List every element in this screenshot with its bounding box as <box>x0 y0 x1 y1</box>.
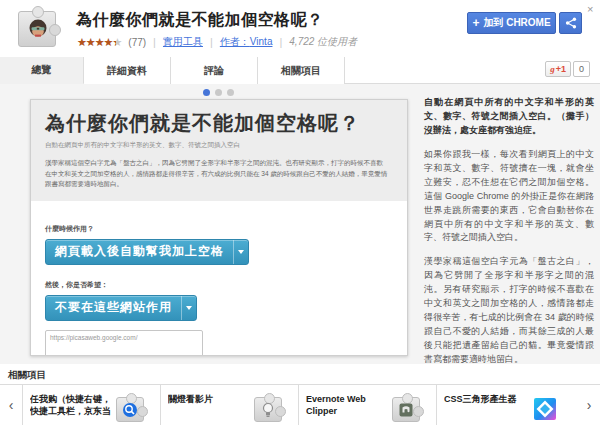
screenshot-hero: 為什麼你們就是不能加個空格呢？ 自動在網頁中所有的中文字和半形的英文、數字、符號… <box>31 100 407 201</box>
description-sidebar: 自動在網頁中所有的中文字和半形的英文、數字、符號之間插入空白。（攤手）沒辦法，處… <box>424 96 594 401</box>
tab-reviews[interactable]: 評論 <box>171 57 258 84</box>
share-button[interactable] <box>559 12 582 34</box>
users-count: 4,722 位使用者 <box>289 35 357 49</box>
gplus-icon: g <box>550 64 555 74</box>
tab-overview[interactable]: 總覽 <box>0 57 84 84</box>
dropdown-caret-icon <box>233 240 248 264</box>
plusone-count: 0 <box>573 61 590 77</box>
carousel-dot[interactable] <box>203 89 210 96</box>
related-item[interactable]: 任我购（快捷右键，快捷工具栏，京东当当卓 <box>22 385 160 425</box>
screenshot-paragraph: 漢學家稱這個空白字元為「盤古之白」，因為它劈開了全形字和半形字之間的混沌。也有研… <box>45 158 389 190</box>
author-link[interactable]: 作者：Vinta <box>220 36 273 47</box>
elephant-puzzle-icon <box>392 392 426 422</box>
excluded-sites-textarea: https://picasaweb.google.com/ <box>45 330 203 356</box>
description-paragraph: 漢學家稱這個空白字元為「盤古之白」，因為它劈開了全形字和半形字之間的混沌。另有研… <box>424 255 594 367</box>
extension-icon <box>17 9 61 49</box>
screenshot-subheading: 自動在網頁中所有的中文字和半形的英文、數字、符號之間插入空白 <box>45 141 393 150</box>
carousel-dot[interactable] <box>227 89 234 96</box>
category-link[interactable]: 實用工具 <box>163 35 203 49</box>
close-icon[interactable]: × <box>587 3 593 15</box>
extension-header: 為什麼你們就是不能加個空格呢？ ★★★★★ ★★★★★ (77) | 實用工具 … <box>0 0 600 57</box>
carousel-dots <box>203 89 234 96</box>
puzzle-piece-icon <box>18 11 56 47</box>
lightbulb-puzzle-icon <box>254 392 288 422</box>
google-plusone-button[interactable]: g+1 0 <box>545 61 590 77</box>
tab-details[interactable]: 詳細資料 <box>84 57 171 84</box>
screenshot-preview[interactable]: 為什麼你們就是不能加個空格呢？ 自動在網頁中所有的中文字和半形的英文、數字、符號… <box>30 99 408 356</box>
add-to-chrome-button[interactable]: + 加到 CHROME <box>467 12 556 34</box>
related-header: 相關項目 <box>8 369 46 382</box>
tab-bar: 總覽 詳細資料 評論 相關項目 <box>0 57 600 84</box>
overview-panel: 為什麼你們就是不能加個空格呢？ 自動在網頁中所有的中文字和半形的英文、數字、符號… <box>0 84 600 364</box>
screenshot-heading: 為什麼你們就是不能加個空格呢？ <box>45 110 393 137</box>
tab-related[interactable]: 相關項目 <box>258 57 345 84</box>
page-title: 為什麼你們就是不能加個空格呢？ <box>76 10 324 31</box>
when-label: 什麼時候作用？ <box>45 224 393 234</box>
auto-space-button: 網頁載入後自動幫我加上空格 <box>45 239 249 265</box>
rating-stars: ★★★★★ ★★★★★ <box>77 37 121 48</box>
carousel-dot[interactable] <box>215 89 222 96</box>
carousel-prev-icon[interactable]: ‹ <box>0 385 22 425</box>
carousel-next-icon[interactable]: › <box>578 385 600 425</box>
screenshot-options: 什麼時候作用？ 網頁載入後自動幫我加上空格 然後，你是否希望： 不要在這些網站作… <box>31 224 407 356</box>
meta-row: ★★★★★ ★★★★★ (77) | 實用工具 | 作者：Vinta | 4,7… <box>77 35 357 49</box>
related-item[interactable]: 關燈看影片 <box>160 385 298 425</box>
related-section: 相關項目 ‹ 任我购（快捷右键，快捷工具栏，京东当当卓 關燈看影片 <box>0 364 600 425</box>
dropdown-caret-icon <box>181 296 196 320</box>
rating-count: (77) <box>128 37 146 48</box>
triangle-generator-icon <box>530 392 564 422</box>
share-icon <box>565 17 577 29</box>
related-item[interactable]: CSS三角形產生器 <box>436 385 574 425</box>
avatar <box>28 19 48 39</box>
then-label: 然後，你是否希望： <box>45 280 393 290</box>
exclude-sites-button: 不要在這些網站作用 <box>45 295 197 321</box>
description-lead: 自動在網頁中所有的中文字和半形的英文、數字、符號之間插入空白。（攤手）沒辦法，處… <box>424 96 594 138</box>
description-paragraph: 如果你跟我一樣，每次看到網頁上的中文字和英文、數字、符號擠在一塊，就會坐立難安，… <box>424 148 594 246</box>
related-item[interactable]: Evernote Web Clipper <box>298 385 436 425</box>
related-carousel: ‹ 任我购（快捷右键，快捷工具栏，京东当当卓 關燈看影片 <box>0 384 600 425</box>
magnifier-puzzle-icon <box>116 392 150 422</box>
